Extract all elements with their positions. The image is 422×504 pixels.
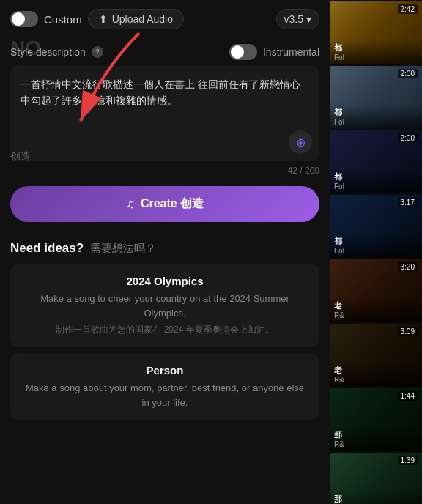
need-ideas-title-en: Need ideas?	[10, 241, 84, 255]
need-ideas-section: Need ideas? 需要想法吗？ 2024 Olympics Make a …	[0, 229, 330, 433]
version-selector[interactable]: v3.5 ▾	[276, 9, 319, 29]
song-meta: R&	[334, 376, 418, 384]
song-title: 都	[334, 171, 418, 182]
version-label: v3.5	[284, 13, 303, 25]
song-title: 那	[334, 429, 418, 440]
song-duration: 3:20	[398, 262, 418, 272]
song-item[interactable]: 1:44 那 R&	[330, 388, 422, 451]
song-overlay: 那 R&	[330, 426, 422, 451]
song-item[interactable]: 3:17 都 Fol	[330, 195, 422, 258]
song-meta: Fol	[334, 53, 418, 62]
song-meta: R&	[334, 440, 418, 448]
idea-card-olympics-desc: Make a song to cheer your country on at …	[22, 292, 308, 320]
custom-toggle[interactable]	[10, 11, 38, 27]
song-duration: 2:00	[398, 69, 418, 78]
song-duration: 3:09	[398, 327, 418, 336]
style-description-label: Style description	[10, 46, 86, 58]
upload-audio-label: Upload Audio	[112, 13, 173, 25]
song-title: 都	[334, 107, 418, 118]
create-button[interactable]: ♫ Create 创造	[10, 186, 319, 222]
song-overlay: 那 R&	[330, 491, 422, 504]
song-item[interactable]: 2:00 都 Fol	[330, 130, 422, 193]
song-duration: 1:44	[398, 391, 418, 401]
song-meta: Fol	[334, 247, 418, 255]
song-title: 都	[334, 42, 418, 53]
char-count: 42 / 200	[0, 161, 330, 179]
create-button-label: Create 创造	[141, 196, 204, 212]
song-overlay: 都 Fol	[330, 40, 422, 64]
need-ideas-title: Need ideas? 需要想法吗？	[10, 241, 319, 256]
song-overlay: 老 R&	[330, 362, 422, 387]
song-meta: Fol	[334, 182, 418, 190]
song-overlay: 都 Fol	[330, 233, 422, 258]
create-music-icon: ♫	[126, 198, 135, 211]
song-item[interactable]: 3:09 老 R&	[330, 324, 422, 387]
help-icon[interactable]: ?	[92, 46, 103, 58]
instrumental-wrap: Instrumental	[229, 44, 319, 60]
song-title: 老	[334, 365, 418, 376]
song-overlay: 都 Fol	[330, 104, 422, 129]
upload-audio-button[interactable]: ⬆ Upload Audio	[88, 9, 184, 29]
song-item[interactable]: 2:00 都 Fol	[330, 66, 422, 129]
song-item[interactable]: 2:42 都 Fol	[330, 1, 422, 64]
magic-wand-button[interactable]: ⊕	[289, 130, 312, 154]
song-item[interactable]: 1:39 那 R&	[330, 453, 422, 504]
style-textarea[interactable]: 一首抒情中文流行歌描述一個人在書上 往回前任有了新戀情心中勾起了許多回 憶和複雜…	[21, 76, 309, 142]
idea-card-person-desc: Make a song about your mom, partner, bes…	[22, 381, 308, 410]
toggle-knob	[12, 12, 25, 26]
idea-card-olympics[interactable]: 2024 Olympics Make a song to cheer your …	[10, 264, 319, 346]
song-duration: 3:17	[398, 198, 418, 207]
song-overlay: 都 Fol	[330, 168, 422, 193]
song-overlay: 老 R&	[330, 297, 422, 322]
instrumental-label: Instrumental	[263, 46, 319, 58]
left-panel: NO Custom ⬆ Upload Audio v3.5 ▾ Style de…	[0, 0, 330, 504]
song-duration: 1:39	[398, 456, 418, 465]
idea-card-person[interactable]: Person Make a song about your mom, partn…	[10, 354, 319, 420]
song-meta: R&	[334, 311, 418, 319]
song-title: 都	[334, 236, 418, 247]
instrumental-toggle-knob	[231, 45, 244, 59]
idea-card-olympics-desc-zh: 制作一首歌曲为您的国家在 2024 年夏季奥运会上加油。	[22, 323, 308, 336]
instrumental-toggle[interactable]	[229, 44, 257, 60]
song-duration: 2:42	[398, 4, 418, 14]
idea-card-olympics-title: 2024 Olympics	[22, 275, 308, 287]
chevron-down-icon: ▾	[306, 13, 311, 25]
style-textarea-container: 一首抒情中文流行歌描述一個人在書上 往回前任有了新戀情心中勾起了許多回 憶和複雜…	[10, 66, 319, 161]
custom-label: Custom	[44, 13, 82, 26]
magic-wand-icon: ⊕	[296, 136, 306, 149]
song-list-panel: 2:42 都 Fol 2:00 都 Fol 2:00 都 Fol 3:17 都 …	[330, 0, 422, 504]
song-title: 老	[334, 300, 418, 311]
upload-icon: ⬆	[99, 13, 108, 25]
style-row: Style description ? Instrumental	[0, 38, 330, 66]
song-meta: Fol	[334, 118, 418, 126]
song-item[interactable]: 3:20 老 R&	[330, 259, 422, 322]
song-title: 那	[334, 494, 418, 504]
top-bar: Custom ⬆ Upload Audio v3.5 ▾	[0, 0, 330, 38]
idea-card-person-title: Person	[22, 364, 308, 377]
need-ideas-title-zh: 需要想法吗？	[90, 242, 156, 254]
song-duration: 2:00	[398, 133, 418, 143]
